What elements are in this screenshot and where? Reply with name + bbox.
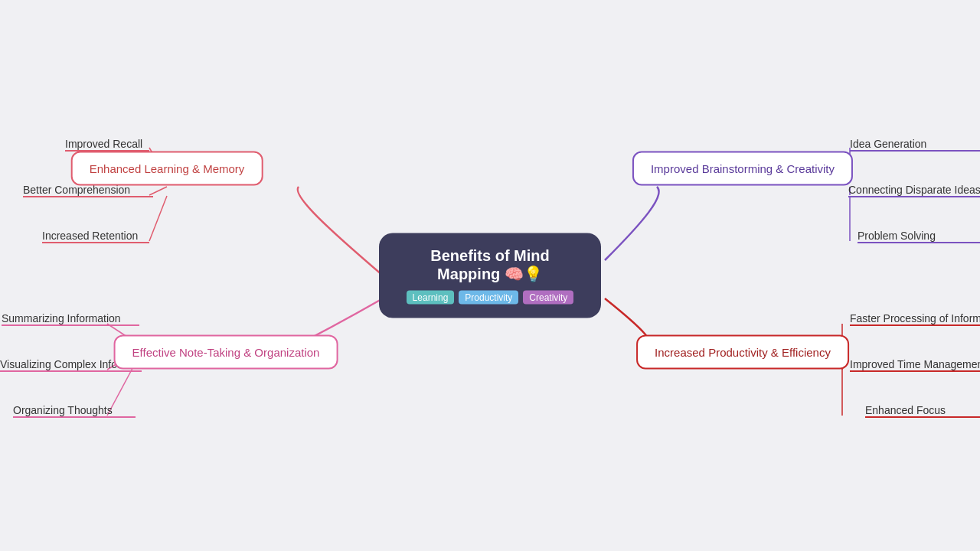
leaf-idea-generation: Idea Generation xyxy=(850,138,926,150)
svg-line-2 xyxy=(149,196,167,241)
leaf-enhanced-focus: Enhanced Focus xyxy=(865,404,946,416)
leaf-time-management: Improved Time Management xyxy=(850,358,980,370)
leaf-increased-retention: Increased Retention xyxy=(42,230,138,242)
branch-creativity: Improved Brainstorming & Creativity xyxy=(632,152,853,186)
center-tags: Learning Productivity Creativity xyxy=(400,291,580,305)
leaf-connecting-disparate: Connecting Disparate Ideas xyxy=(848,184,980,196)
branch-productivity: Increased Productivity & Efficiency xyxy=(636,335,849,370)
svg-line-1 xyxy=(149,187,167,195)
leaf-improved-recall: Improved Recall xyxy=(65,138,142,150)
center-node: Benefits of Mind Mapping 🧠💡 Learning Pro… xyxy=(379,233,601,318)
leaf-summarizing: Summarizing Information xyxy=(2,312,121,324)
tag-creativity: Creativity xyxy=(523,291,573,305)
leaf-problem-solving: Problem Solving xyxy=(858,230,936,242)
leaf-faster-processing: Faster Processing of Information xyxy=(850,312,980,324)
tag-productivity: Productivity xyxy=(459,291,518,305)
branch-learning: Enhanced Learning & Memory xyxy=(71,152,263,186)
branch-notetaking: Effective Note-Taking & Organization xyxy=(114,335,338,370)
center-title: Benefits of Mind Mapping 🧠💡 xyxy=(400,247,580,283)
tag-learning: Learning xyxy=(407,291,455,305)
leaf-organizing-thoughts: Organizing Thoughts xyxy=(13,404,113,416)
